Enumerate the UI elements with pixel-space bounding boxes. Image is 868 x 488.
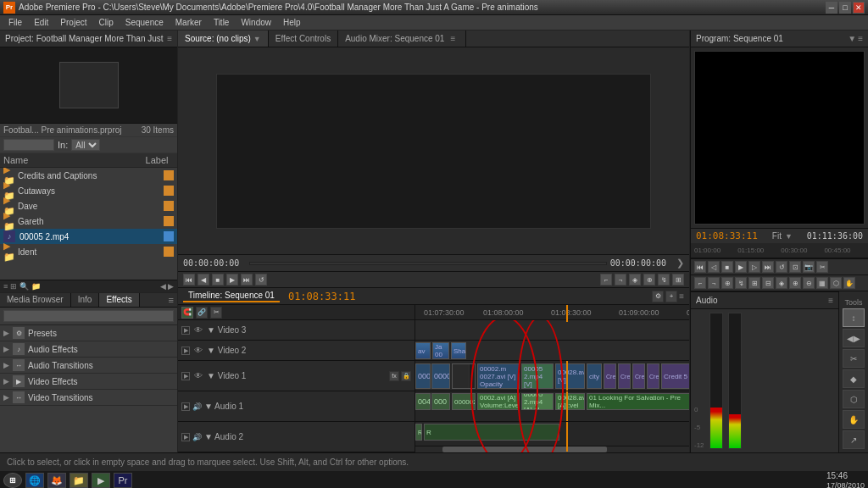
menu-help[interactable]: Help bbox=[278, 17, 306, 28]
clip-v1-9[interactable]: Cre bbox=[618, 363, 631, 389]
btn-stop[interactable]: ■ bbox=[212, 274, 224, 286]
clip-v1-2[interactable]: 0000 bbox=[431, 363, 450, 389]
track-eye[interactable]: 👁 bbox=[192, 324, 204, 336]
clip-v1-8[interactable]: Cre bbox=[604, 363, 616, 389]
taskbar-browser[interactable]: 🦊 bbox=[47, 473, 66, 488]
clip-v1-3[interactable] bbox=[452, 363, 476, 389]
btn-mark[interactable]: ◈ bbox=[629, 274, 641, 286]
prog-btn-step-back[interactable]: ◁ bbox=[708, 261, 720, 273]
effect-category-audio-effects[interactable]: ▶ ♪ Audio Effects bbox=[0, 341, 177, 358]
list-item[interactable]: ▶📁 Credits and Captions bbox=[0, 168, 177, 183]
prog-btn-1[interactable]: ⌐ bbox=[694, 277, 706, 289]
tab-source[interactable]: Source: (no clips) ▼ bbox=[178, 30, 269, 47]
maximize-button[interactable]: □ bbox=[839, 2, 851, 14]
panel-folder-icon[interactable]: 📁 bbox=[31, 282, 41, 291]
clip-v1-5[interactable]: 00005 2.mp4 [V] bbox=[521, 363, 554, 389]
clip-a1-3[interactable]: 000002.n bbox=[452, 393, 476, 410]
source-tab-close[interactable]: ▼ bbox=[253, 35, 261, 43]
prog-btn-fwd[interactable]: ⏭ bbox=[762, 261, 774, 273]
start-button[interactable]: ⊞ bbox=[3, 473, 22, 488]
clip-v1-credit5[interactable]: Credit 5 bbox=[661, 363, 689, 389]
clip-a1-1[interactable]: 004 bbox=[415, 393, 431, 410]
clip-a2-2[interactable]: R bbox=[424, 424, 559, 441]
menu-project[interactable]: Project bbox=[55, 17, 92, 28]
prog-btn-12[interactable]: ✋ bbox=[843, 277, 855, 289]
track-fx-btn[interactable]: fx bbox=[389, 371, 399, 381]
effects-search-input[interactable] bbox=[3, 310, 174, 322]
clip-a1-6[interactable]: 00028.avi [A] :vel bbox=[555, 393, 585, 410]
tool-pen[interactable]: ⬡ bbox=[843, 390, 865, 408]
menu-file[interactable]: File bbox=[3, 17, 27, 28]
prog-btn-6[interactable]: ⊟ bbox=[762, 277, 774, 289]
razor-btn[interactable]: ✂ bbox=[210, 307, 222, 319]
link-btn[interactable]: 🔗 bbox=[196, 307, 208, 319]
panel-list-icon[interactable]: ≡ bbox=[3, 282, 8, 291]
timeline-add-track[interactable]: + bbox=[665, 291, 677, 302]
clip-v1-11[interactable]: Cre bbox=[647, 363, 659, 389]
timeline-ruler[interactable]: 01:07:30:00 01:08:00:00 01:08:30:00 01:0… bbox=[415, 305, 689, 322]
prog-btn-3[interactable]: ⊕ bbox=[721, 277, 733, 289]
panel-scroll-left[interactable]: ◀ bbox=[160, 282, 166, 291]
clip-v1-1[interactable]: 000 bbox=[415, 363, 431, 389]
clip-v1-10[interactable]: Cre bbox=[632, 363, 645, 389]
timeline-menu[interactable]: ≡ bbox=[679, 291, 684, 301]
tool-zoom[interactable]: ↗ bbox=[843, 430, 865, 449]
panel-icon-view[interactable]: ⊞ bbox=[10, 282, 17, 291]
list-item-selected[interactable]: ♪ 00005 2.mp4 bbox=[0, 229, 177, 244]
menu-clip[interactable]: Clip bbox=[93, 17, 118, 28]
clip-v2-2[interactable]: Ja 00 bbox=[432, 342, 449, 359]
tab-info[interactable]: Info bbox=[71, 293, 100, 307]
prog-btn-2[interactable]: ¬ bbox=[708, 277, 720, 289]
tab-effects[interactable]: Effects bbox=[99, 293, 139, 307]
snap-btn[interactable]: 🧲 bbox=[181, 307, 193, 319]
btn-step-back[interactable]: ⏮ bbox=[183, 274, 195, 286]
prog-btn-7[interactable]: ◈ bbox=[776, 277, 787, 289]
clip-a2-1[interactable]: R bbox=[415, 424, 422, 441]
track-eye[interactable]: 👁 bbox=[192, 370, 204, 382]
btn-loop[interactable]: ↺ bbox=[255, 274, 267, 286]
in-select[interactable]: All bbox=[71, 139, 100, 151]
btn-step-fwd[interactable]: ⏭ bbox=[241, 274, 253, 286]
menu-window[interactable]: Window bbox=[236, 17, 276, 28]
tab-effect-controls[interactable]: Effect Controls bbox=[269, 30, 338, 47]
list-item[interactable]: ▶📁 Cutaways bbox=[0, 183, 177, 198]
prog-btn-back[interactable]: ⏮ bbox=[694, 261, 706, 273]
minimize-button[interactable]: ─ bbox=[826, 2, 837, 14]
btn-overlay[interactable]: ⊞ bbox=[672, 274, 684, 286]
clip-v1-6[interactable]: 00028.avi [V] bbox=[555, 363, 585, 389]
prog-btn-trim[interactable]: ✂ bbox=[816, 261, 828, 273]
clip-v2-1[interactable]: av bbox=[415, 342, 431, 359]
source-menu[interactable]: ≡ bbox=[447, 34, 459, 43]
effect-category-video-effects[interactable]: ▶ ▶ Video Effects bbox=[0, 374, 177, 390]
track-toggle[interactable]: ▶ bbox=[181, 433, 190, 441]
panel-scroll-right[interactable]: ▶ bbox=[168, 282, 174, 291]
prog-btn-safe[interactable]: ⊡ bbox=[789, 261, 801, 273]
menu-sequence[interactable]: Sequence bbox=[120, 17, 169, 28]
menu-title[interactable]: Title bbox=[209, 17, 235, 28]
btn-play-back[interactable]: ◀ bbox=[198, 274, 209, 286]
tool-ripple[interactable]: ◀▶ bbox=[843, 329, 865, 347]
timeline-tab[interactable]: Timeline: Sequence 01 bbox=[183, 290, 280, 302]
track-eye[interactable]: 👁 bbox=[192, 345, 204, 357]
track-toggle[interactable]: ▶ bbox=[181, 326, 190, 335]
tool-slip[interactable]: ◆ bbox=[843, 369, 865, 388]
prog-btn-stop[interactable]: ■ bbox=[721, 261, 733, 273]
audio-menu[interactable]: ≡ bbox=[828, 296, 833, 305]
taskbar-premiere[interactable]: Pr bbox=[114, 473, 132, 488]
taskbar-ie[interactable]: 🌐 bbox=[25, 473, 44, 488]
prog-btn-4[interactable]: ↯ bbox=[735, 277, 747, 289]
prog-btn-10[interactable]: ▦ bbox=[816, 277, 828, 289]
panel-search-icon[interactable]: 🔍 bbox=[19, 282, 29, 291]
fit-dropdown[interactable]: ▼ bbox=[785, 232, 793, 241]
clip-v1-4[interactable]: 00002.m 0027.avi [V] Opacity bbox=[477, 363, 520, 389]
prog-btn-9[interactable]: ⊖ bbox=[803, 277, 815, 289]
btn-extract[interactable]: ⊕ bbox=[643, 274, 655, 286]
btn-in[interactable]: ⌐ bbox=[600, 274, 612, 286]
prog-btn-8[interactable]: ⊕ bbox=[789, 277, 801, 289]
clip-a1-2[interactable]: 000 bbox=[431, 393, 450, 410]
tool-selection[interactable]: ↕ bbox=[843, 308, 865, 327]
track-lock-btn[interactable]: 🔒 bbox=[401, 371, 411, 381]
scrollbar-thumb[interactable] bbox=[442, 446, 607, 452]
effect-category-presets[interactable]: ▶ ⚙ Presets bbox=[0, 325, 177, 341]
prog-btn-export[interactable]: 📷 bbox=[803, 261, 815, 273]
